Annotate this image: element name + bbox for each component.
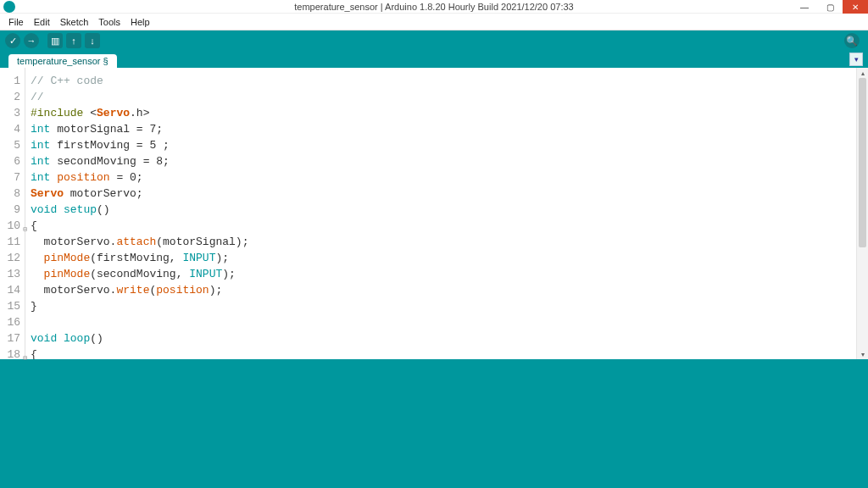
line-number: 10⊟	[0, 218, 25, 234]
menu-file[interactable]: File	[3, 15, 29, 29]
code-line[interactable]: //	[31, 89, 868, 105]
code-line[interactable]: int position = 0;	[31, 169, 868, 186]
code-line[interactable]: pinMode(secondMoving, INPUT);	[31, 266, 868, 282]
menu-help[interactable]: Help	[125, 15, 155, 29]
line-number: 2	[0, 89, 25, 105]
verify-button[interactable]: ✓	[5, 33, 20, 48]
new-sketch-button[interactable]: ▥	[47, 33, 63, 48]
tab-menu-button[interactable]: ▾	[849, 53, 863, 66]
code-line[interactable]: {	[31, 218, 868, 234]
scroll-down-arrow-icon[interactable]: ▾	[857, 349, 868, 359]
line-number: 16	[0, 314, 25, 330]
code-line[interactable]: }	[31, 298, 868, 314]
line-number: 13	[0, 266, 25, 282]
line-number: 7	[0, 169, 25, 186]
save-sketch-button[interactable]: ↓	[85, 33, 100, 48]
close-button[interactable]: ✕	[843, 0, 868, 14]
code-line[interactable]: pinMode(firstMoving, INPUT);	[31, 250, 868, 266]
code-area[interactable]: // C++ code//#include <Servo.h>int motor…	[25, 68, 868, 359]
line-number: 18⊟	[0, 347, 25, 363]
window-titlebar: temperature_sensor | Arduino 1.8.20 Hour…	[0, 0, 868, 14]
menu-sketch[interactable]: Sketch	[55, 15, 94, 29]
code-line[interactable]: {	[31, 347, 868, 359]
toolbar: ✓ → ▥ ↑ ↓ 🔍	[0, 30, 868, 51]
line-number: 1	[0, 73, 25, 89]
line-number: 14	[0, 282, 25, 298]
open-sketch-button[interactable]: ↑	[66, 33, 81, 48]
app-icon	[3, 1, 15, 13]
line-gutter: 12345678910⊟1112131415161718⊟	[0, 68, 25, 359]
menu-edit[interactable]: Edit	[29, 15, 55, 29]
code-line[interactable]: // C++ code	[31, 73, 868, 89]
sketch-tab[interactable]: temperature_sensor §	[8, 54, 117, 68]
menu-tools[interactable]: Tools	[93, 15, 125, 29]
code-line[interactable]: int secondMoving = 8;	[31, 153, 868, 169]
line-number: 11	[0, 234, 25, 250]
code-line[interactable]: void setup()	[31, 202, 868, 218]
code-line[interactable]: #include <Servo.h>	[31, 105, 868, 121]
code-line[interactable]: motorServo.attach(motorSignal);	[31, 234, 868, 250]
line-number: 4	[0, 121, 25, 137]
vertical-scrollbar[interactable]: ▴ ▾	[856, 68, 868, 359]
line-number: 6	[0, 153, 25, 169]
code-line[interactable]: int firstMoving = 5 ;	[31, 137, 868, 153]
minimize-button[interactable]: —	[792, 0, 817, 14]
line-number: 8	[0, 186, 25, 202]
upload-button[interactable]: →	[24, 33, 39, 48]
scroll-thumb[interactable]	[859, 78, 866, 247]
code-line[interactable]	[31, 314, 868, 330]
code-line[interactable]: motorServo.write(position);	[31, 282, 868, 298]
maximize-button[interactable]: ▢	[817, 0, 843, 14]
window-controls: — ▢ ✕	[792, 0, 868, 14]
code-line[interactable]: Servo motorServo;	[31, 186, 868, 202]
line-number: 12	[0, 250, 25, 266]
menu-bar: File Edit Sketch Tools Help	[0, 14, 868, 30]
code-editor[interactable]: 12345678910⊟1112131415161718⊟ // C++ cod…	[0, 68, 868, 359]
line-number: 9	[0, 202, 25, 218]
output-console	[0, 359, 868, 488]
line-number: 15	[0, 298, 25, 314]
serial-monitor-button[interactable]: 🔍	[844, 33, 860, 48]
line-number: 17	[0, 330, 25, 347]
scroll-up-arrow-icon[interactable]: ▴	[857, 68, 868, 78]
fold-icon[interactable]: ⊟	[23, 350, 27, 366]
line-number: 3	[0, 105, 25, 121]
code-line[interactable]: int motorSignal = 7;	[31, 121, 868, 137]
tab-bar: temperature_sensor § ▾	[0, 51, 868, 68]
code-line[interactable]: void loop()	[31, 330, 868, 347]
line-number: 5	[0, 137, 25, 153]
window-title: temperature_sensor | Arduino 1.8.20 Hour…	[0, 2, 868, 12]
